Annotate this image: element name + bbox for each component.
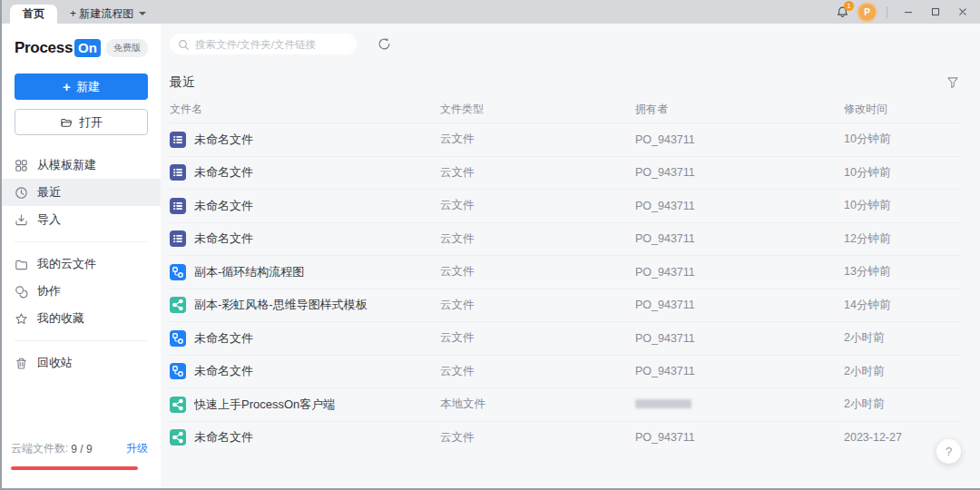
search-row (170, 24, 962, 54)
sidebar-item-label: 最近 (37, 184, 61, 201)
main-content: 最近 文件名 文件类型 拥有者 修改时间 (161, 24, 980, 488)
funnel-icon (946, 76, 959, 89)
redacted-owner-blur (635, 399, 691, 408)
close-icon (957, 6, 968, 17)
table-row[interactable]: 未命名文件 云文件 PO_943711 10分钟前 (170, 189, 962, 222)
flowchart-file-icon (170, 264, 186, 280)
page-title: 最近 (170, 74, 195, 91)
chevron-down-icon (139, 12, 146, 15)
refresh-button[interactable] (375, 35, 393, 54)
file-modified-time: 2小时前 (844, 397, 962, 412)
table-row[interactable]: 未命名文件 云文件 PO_943711 2023-12-27 (170, 421, 962, 455)
new-file-button[interactable]: + 新建 (15, 74, 148, 100)
file-owner: PO_943711 (635, 266, 844, 279)
file-owner: PO_943711 (635, 365, 844, 377)
sidebar-item-favorites[interactable]: 我的收藏 (2, 305, 161, 332)
logo-text-on: On (74, 39, 101, 57)
new-file-label: 新建 (76, 79, 100, 95)
file-type: 云文件 (440, 364, 635, 379)
table-row[interactable]: 未命名文件 云文件 PO_943711 12分钟前 (170, 222, 962, 256)
file-type: 云文件 (440, 198, 635, 213)
sidebar-item-my-cloud-files[interactable]: 我的云文件 (2, 250, 161, 278)
table-row[interactable]: 副本-彩虹风格-思维导图样式模板 云文件 PO_943711 14分钟前 (170, 289, 962, 322)
refresh-icon (377, 37, 391, 51)
trash-icon (15, 357, 28, 370)
file-owner: PO_943711 (635, 299, 844, 311)
storage-label: 云端文件数: (11, 441, 68, 456)
logo-text-process: Process (15, 39, 73, 57)
file-modified-time: 2小时前 (844, 364, 962, 379)
import-icon (15, 213, 28, 227)
column-header-filetype: 文件类型 (440, 102, 635, 117)
close-button[interactable] (953, 3, 973, 21)
sidebar-item-trash[interactable]: 回收站 (2, 349, 161, 377)
file-owner: PO_943711 (635, 431, 844, 444)
table-row[interactable]: 未命名文件 云文件 PO_943711 2小时前 (170, 321, 962, 355)
search-box (170, 34, 357, 54)
table-row[interactable]: 未命名文件 云文件 PO_943711 10分钟前 (170, 156, 962, 190)
open-file-button[interactable]: 打开 (15, 109, 148, 135)
folder-open-icon (60, 116, 73, 129)
file-name: 未命名文件 (194, 164, 253, 181)
sidebar-item-label: 协作 (37, 283, 61, 299)
table-row[interactable]: 未命名文件 云文件 PO_943711 2小时前 (170, 355, 962, 388)
table-row[interactable]: 副本-循环结构流程图 云文件 PO_943711 13分钟前 (170, 255, 962, 289)
file-modified-time: 13分钟前 (844, 264, 962, 279)
upgrade-link[interactable]: 升级 (126, 441, 148, 456)
tab-home[interactable]: 首页 (10, 5, 57, 24)
sidebar-item-collaboration[interactable]: 协作 (2, 278, 161, 305)
table-file-icon (170, 230, 186, 247)
sidebar-item-recent[interactable]: 最近 (2, 179, 161, 206)
table-row[interactable]: 未命名文件 云文件 PO_943711 10分钟前 (170, 122, 962, 156)
maximize-icon (930, 6, 941, 17)
file-type: 云文件 (440, 264, 635, 279)
file-name: 副本-彩虹风格-思维导图样式模板 (194, 297, 368, 313)
sidebar-item-new-from-template[interactable]: 从模板新建 (2, 152, 161, 179)
notifications-button[interactable]: 1 (833, 3, 851, 21)
file-list: 未命名文件 云文件 PO_943711 10分钟前 (170, 122, 962, 454)
file-modified-time: 2小时前 (844, 330, 962, 346)
file-modified-time: 10分钟前 (844, 198, 962, 213)
file-type: 云文件 (440, 430, 635, 446)
file-type: 云文件 (440, 330, 635, 346)
storage-count: 9 / 9 (71, 443, 92, 456)
table-row[interactable]: 快速上手ProcessOn客户端 本地文件 2小时前 (170, 387, 962, 421)
mindmap-file-icon (170, 429, 186, 446)
titlebar-right: 1 P (833, 0, 973, 24)
file-owner: PO_943711 (635, 200, 844, 212)
titlebar: 首页 + 新建流程图 1 P (2, 0, 980, 24)
table-file-icon (170, 164, 186, 181)
maximize-button[interactable] (926, 3, 946, 21)
minimize-button[interactable] (898, 3, 918, 21)
search-input[interactable] (170, 34, 357, 54)
clock-icon (15, 186, 28, 200)
help-button[interactable]: ? (936, 439, 961, 464)
storage-progress-bar (11, 466, 138, 470)
plan-badge: 免费版 (106, 39, 148, 57)
template-grid-icon (15, 159, 28, 172)
file-type: 云文件 (440, 298, 635, 313)
sidebar-divider (15, 340, 148, 341)
sidebar-item-label: 从模板新建 (37, 157, 96, 173)
file-modified-time: 14分钟前 (844, 298, 962, 313)
table-header: 文件名 文件类型 拥有者 修改时间 (170, 95, 962, 122)
flowchart-file-icon (170, 330, 186, 347)
filter-button[interactable] (944, 74, 962, 92)
plus-icon: + (63, 80, 71, 93)
notification-badge: 1 (844, 1, 854, 11)
open-file-label: 打开 (79, 114, 103, 131)
tab-new-flowchart[interactable]: + 新建流程图 (57, 4, 159, 24)
file-modified-time: 10分钟前 (844, 165, 962, 181)
flowchart-file-icon (170, 363, 186, 379)
mindmap-file-icon (170, 397, 186, 413)
sidebar-item-import[interactable]: 导入 (2, 206, 161, 233)
file-modified-time: 12分钟前 (844, 231, 962, 247)
search-icon (178, 38, 190, 54)
avatar[interactable]: P (858, 4, 876, 21)
file-type: 云文件 (440, 231, 635, 247)
file-owner: PO_943711 (635, 133, 844, 146)
table-file-icon (170, 132, 186, 148)
file-name: 未命名文件 (194, 429, 253, 446)
column-header-modified: 修改时间 (844, 102, 962, 117)
file-owner (635, 398, 844, 411)
